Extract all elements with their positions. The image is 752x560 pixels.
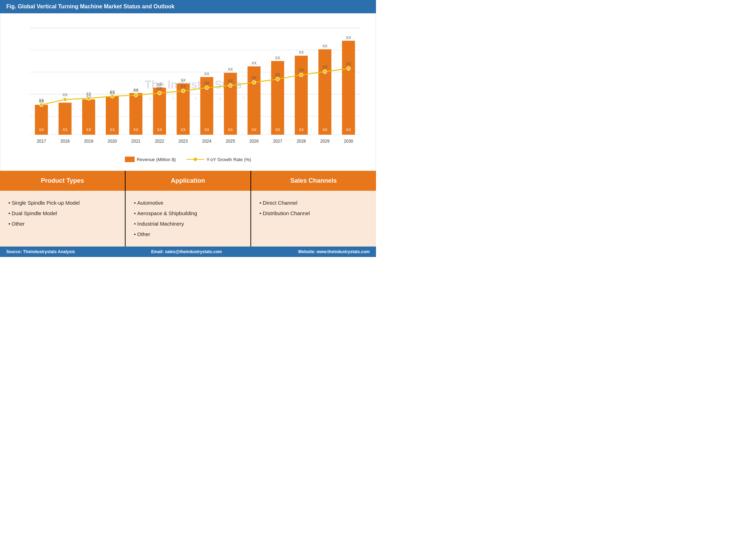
svg-text:XX: XX xyxy=(181,84,186,88)
footer-source: Source: Theindustrystats Analysis xyxy=(6,249,75,254)
svg-text:XX: XX xyxy=(204,81,210,85)
svg-text:XX: XX xyxy=(346,62,351,66)
list-item: Other xyxy=(8,219,116,229)
svg-point-68 xyxy=(252,81,256,84)
svg-text:XX: XX xyxy=(62,92,68,97)
chart-title: Fig. Global Vertical Turning Machine Mar… xyxy=(6,3,370,10)
card-header-product-types: Product Types xyxy=(0,171,125,191)
svg-text:XX: XX xyxy=(299,127,304,131)
card-body-product-types: Single Spindle Pick-up Model Dual Spindl… xyxy=(0,191,125,236)
svg-text:2017: 2017 xyxy=(37,139,46,144)
svg-text:2021: 2021 xyxy=(131,139,141,144)
svg-point-58 xyxy=(134,93,138,97)
legend-line-growth xyxy=(186,158,204,161)
svg-text:XX: XX xyxy=(275,72,280,76)
legend-rect-revenue xyxy=(125,157,135,162)
svg-text:XX: XX xyxy=(133,88,138,92)
list-item: Dual Spindle Model xyxy=(8,208,116,219)
svg-rect-47 xyxy=(342,41,355,135)
cards-section: Product Types Single Spindle Pick-up Mod… xyxy=(0,171,376,247)
svg-text:XX: XX xyxy=(133,127,138,131)
svg-text:XX: XX xyxy=(110,89,115,93)
svg-text:XX: XX xyxy=(181,127,186,131)
svg-text:XX: XX xyxy=(346,127,351,131)
card-header-sales-channels: Sales Channels xyxy=(251,171,376,191)
svg-point-62 xyxy=(181,89,185,93)
svg-text:XX: XX xyxy=(275,127,280,131)
svg-text:2025: 2025 xyxy=(226,139,235,144)
svg-point-72 xyxy=(300,73,303,77)
svg-point-60 xyxy=(158,91,161,95)
svg-text:XX: XX xyxy=(275,55,280,60)
legend-revenue: Revenue (Million $) xyxy=(125,157,176,162)
svg-point-54 xyxy=(87,97,90,100)
svg-text:XX: XX xyxy=(86,91,91,96)
list-item: Automotive xyxy=(134,198,242,208)
svg-point-64 xyxy=(205,86,209,90)
card-body-sales-channels: Direct Channel Distribution Channel xyxy=(251,191,376,226)
legend-growth: Y-oY Growth Rate (%) xyxy=(186,157,251,162)
svg-text:XX: XX xyxy=(39,98,44,102)
list-item: Direct Channel xyxy=(260,198,368,208)
list-item: Distribution Channel xyxy=(260,208,368,219)
svg-text:XX: XX xyxy=(39,127,44,131)
card-application: Application Automotive Aerospace & Shipb… xyxy=(126,171,250,247)
footer-email: Email: sales@theindustrystats.com xyxy=(151,249,222,254)
svg-text:XX: XX xyxy=(251,75,257,80)
svg-text:XX: XX xyxy=(110,127,115,131)
list-item: Single Spindle Pick-up Model xyxy=(8,198,116,208)
chart-container: The Industry Statsm a r k e t r e s e a … xyxy=(9,21,367,153)
svg-text:XX: XX xyxy=(251,127,257,131)
legend-growth-label: Y-oY Growth Rate (%) xyxy=(206,157,251,162)
chart-legend: Revenue (Million $) Y-oY Growth Rate (%) xyxy=(9,153,367,167)
list-item: Industrial Machinery xyxy=(134,219,242,229)
list-item: Aerospace & Shipbuilding xyxy=(134,208,242,219)
card-sales-channels: Sales Channels Direct Channel Distributi… xyxy=(251,171,376,247)
svg-text:XX: XX xyxy=(299,68,304,72)
svg-point-66 xyxy=(229,84,232,88)
svg-text:2028: 2028 xyxy=(296,139,306,144)
svg-text:XX: XX xyxy=(322,127,328,131)
footer-website: Website: www.theindustrystats.com xyxy=(298,249,370,254)
svg-point-56 xyxy=(111,94,114,98)
legend-revenue-label: Revenue (Million $) xyxy=(137,157,176,162)
svg-text:2030: 2030 xyxy=(344,139,353,144)
svg-text:XX: XX xyxy=(204,71,210,76)
svg-rect-44 xyxy=(318,49,331,135)
svg-point-74 xyxy=(323,70,326,74)
title-bar: Fig. Global Vertical Turning Machine Mar… xyxy=(0,0,376,13)
list-item: Other xyxy=(134,229,242,240)
legend-line-seg2 xyxy=(197,159,204,160)
svg-text:XX: XX xyxy=(157,127,162,131)
svg-text:XX: XX xyxy=(346,35,351,39)
svg-text:XX: XX xyxy=(322,44,328,48)
svg-text:2019: 2019 xyxy=(84,139,93,144)
card-body-application: Automotive Aerospace & Shipbuilding Indu… xyxy=(126,191,250,247)
svg-point-52 xyxy=(63,98,67,101)
svg-text:2023: 2023 xyxy=(179,139,188,144)
svg-point-76 xyxy=(347,67,350,70)
svg-text:XX: XX xyxy=(157,86,162,90)
svg-text:XX: XX xyxy=(228,67,233,71)
svg-text:XX: XX xyxy=(251,61,257,65)
svg-text:2027: 2027 xyxy=(273,139,283,144)
card-product-types: Product Types Single Spindle Pick-up Mod… xyxy=(0,171,125,247)
chart-area: The Industry Statsm a r k e t r e s e a … xyxy=(0,13,376,171)
footer: Source: Theindustrystats Analysis Email:… xyxy=(0,247,376,257)
svg-text:2020: 2020 xyxy=(108,139,117,144)
svg-point-70 xyxy=(276,77,279,81)
svg-text:2026: 2026 xyxy=(249,139,259,144)
svg-rect-41 xyxy=(295,56,308,135)
svg-text:2022: 2022 xyxy=(155,139,164,144)
legend-line-seg xyxy=(186,159,194,160)
svg-text:XX: XX xyxy=(204,127,210,131)
svg-text:2018: 2018 xyxy=(60,139,70,144)
svg-text:2024: 2024 xyxy=(202,139,212,144)
svg-text:XX: XX xyxy=(86,127,91,131)
svg-text:XX: XX xyxy=(181,78,186,82)
svg-text:XX: XX xyxy=(322,65,328,69)
svg-text:2029: 2029 xyxy=(320,139,330,144)
svg-text:XX: XX xyxy=(299,50,304,54)
card-header-application: Application xyxy=(126,171,250,191)
svg-text:XX: XX xyxy=(62,127,68,131)
